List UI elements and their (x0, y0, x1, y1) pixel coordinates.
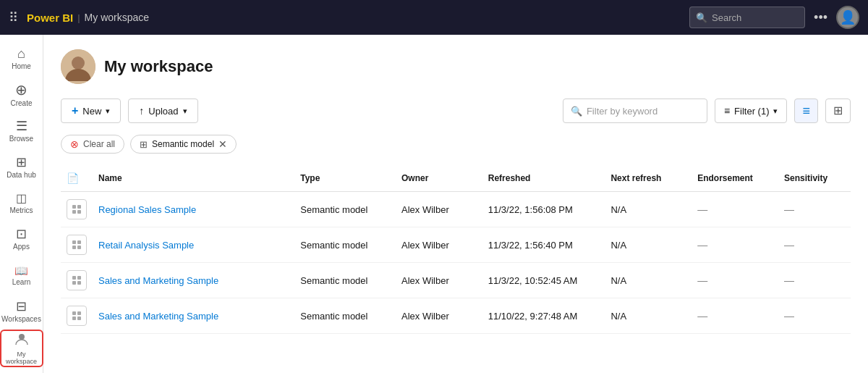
upload-icon: ↑ (139, 105, 144, 117)
filter-tags: ⊗ Clear all ⊞ Semantic model ✕ (61, 135, 851, 154)
col-header-sensitivity: Sensitivity (778, 165, 851, 192)
sidebar-item-learn[interactable]: 📖 Learn (0, 257, 43, 293)
row-sensitivity: — (778, 192, 851, 227)
svg-rect-18 (77, 317, 81, 320)
user-avatar[interactable]: 👤 (836, 6, 859, 29)
apps-icon: ⊡ (16, 227, 27, 240)
svg-rect-6 (77, 210, 81, 214)
topbar: ⠿ Power BI | My workspace 🔍 ••• 👤 (0, 0, 868, 35)
content-area: My workspace + New ▾ ↑ Upload ▾ 🔍 ≡ Filt… (43, 35, 868, 373)
row-endorsement: — (692, 298, 778, 334)
row-item-icon (67, 199, 87, 219)
sidebar-item-browse[interactable]: ☰ Browse (0, 113, 43, 149)
row-name[interactable]: Sales and Marketing Sample (93, 298, 294, 334)
topbar-more-icon[interactable]: ••• (814, 10, 827, 25)
app-logo: Power BI | My workspace (27, 12, 149, 24)
workspaces-icon: ⊟ (16, 300, 27, 313)
row-type: Semantic model (294, 298, 396, 334)
row-endorsement: — (692, 227, 778, 263)
sidebar-item-data-hub[interactable]: ⊞ Data hub (0, 149, 43, 185)
split-view-icon: ⊞ (833, 105, 843, 117)
row-type: Semantic model (294, 263, 396, 298)
table-row[interactable]: Regional Sales Sample Semantic model Ale… (61, 192, 851, 227)
upload-chevron-icon: ▾ (183, 106, 187, 116)
row-refreshed: 11/10/22, 9:27:48 AM (482, 298, 605, 334)
table-header-row: 📄 Name Type Owner Refreshed Next refresh… (61, 165, 851, 192)
browse-icon: ☰ (16, 120, 27, 133)
sidebar-item-create[interactable]: ⊕ Create (0, 77, 43, 113)
table-row[interactable]: Retail Analysis Sample Semantic model Al… (61, 227, 851, 263)
row-item-icon (67, 270, 87, 290)
sidebar-item-my-workspace[interactable]: My workspace (0, 330, 43, 367)
data-hub-icon: ⊞ (16, 156, 27, 169)
sidebar-label-create: Create (10, 99, 32, 107)
tag-label: Semantic model (152, 139, 214, 149)
filter-chevron-icon: ▾ (773, 106, 778, 116)
row-icon-cell (61, 192, 93, 227)
row-name[interactable]: Sales and Marketing Sample (93, 263, 294, 298)
row-type: Semantic model (294, 227, 396, 263)
workspace-header: My workspace (61, 49, 851, 84)
new-button-label: New (82, 106, 101, 117)
col-header-name: Name (93, 165, 294, 192)
svg-point-2 (72, 56, 85, 70)
svg-point-0 (19, 334, 25, 340)
create-icon: ⊕ (15, 83, 27, 97)
sidebar-item-workspaces[interactable]: ⊟ Workspaces (0, 293, 43, 330)
filter-button[interactable]: ≡ Filter (1) ▾ (715, 99, 788, 123)
workspace-avatar (61, 49, 95, 84)
search-icon: 🔍 (696, 12, 707, 23)
row-refreshed: 11/3/22, 10:52:45 AM (482, 263, 605, 298)
sidebar-item-home[interactable]: ⌂ Home (0, 41, 43, 77)
row-sensitivity: — (778, 298, 851, 334)
filter-icon: ≡ (724, 105, 730, 117)
new-button[interactable]: + New ▾ (61, 99, 121, 123)
table-row[interactable]: Sales and Marketing Sample Semantic mode… (61, 298, 851, 334)
split-view-button[interactable]: ⊞ (825, 99, 851, 123)
sidebar-label-apps: Apps (13, 243, 30, 251)
keyword-input[interactable] (587, 106, 699, 117)
sidebar-item-apps[interactable]: ⊡ Apps (0, 222, 43, 258)
sidebar-label-home: Home (12, 62, 31, 70)
svg-rect-16 (77, 311, 81, 315)
upload-button-label: Upload (148, 106, 178, 117)
row-endorsement: — (692, 263, 778, 298)
svg-rect-9 (72, 246, 76, 249)
row-item-icon (67, 306, 87, 326)
clear-all-button[interactable]: ⊗ Clear all (61, 135, 124, 154)
sidebar-label-my-workspace: My workspace (1, 351, 42, 366)
row-icon-cell (61, 298, 93, 334)
upload-button[interactable]: ↑ Upload ▾ (128, 99, 197, 123)
row-icon-cell (61, 227, 93, 263)
sidebar-label-learn: Learn (12, 278, 31, 286)
keyword-filter-input[interactable]: 🔍 (563, 99, 707, 123)
sidebar-label-data-hub: Data hub (7, 171, 36, 179)
table-row[interactable]: Sales and Marketing Sample Semantic mode… (61, 263, 851, 298)
row-next-refresh: N/A (605, 263, 692, 298)
data-table: 📄 Name Type Owner Refreshed Next refresh… (61, 165, 851, 334)
tag-remove-icon[interactable]: ✕ (218, 138, 227, 150)
sidebar-item-metrics[interactable]: ◫ Metrics (0, 185, 43, 222)
svg-rect-8 (77, 240, 81, 244)
grid-icon[interactable]: ⠿ (9, 9, 18, 25)
svg-rect-14 (77, 281, 81, 285)
toolbar: + New ▾ ↑ Upload ▾ 🔍 ≡ Filter (1) ▾ ≡ (61, 99, 851, 123)
col-header-endorsement: Endorsement (692, 165, 778, 192)
svg-rect-7 (72, 240, 76, 244)
col-header-type: Type (294, 165, 396, 192)
col-header-owner: Owner (396, 165, 482, 192)
my-workspace-icon (14, 331, 30, 349)
row-name[interactable]: Regional Sales Sample (93, 192, 294, 227)
row-owner: Alex Wilber (396, 192, 482, 227)
row-icon-cell (61, 263, 93, 298)
list-view-button[interactable]: ≡ (794, 99, 818, 123)
row-name[interactable]: Retail Analysis Sample (93, 227, 294, 263)
tag-grid-icon: ⊞ (140, 139, 148, 150)
topbar-search-box[interactable]: 🔍 (689, 7, 805, 28)
clear-all-label: Clear all (83, 139, 115, 149)
semantic-model-tag[interactable]: ⊞ Semantic model ✕ (130, 135, 237, 154)
sidebar-label-workspaces: Workspaces (1, 315, 41, 323)
new-chevron-icon: ▾ (106, 106, 110, 116)
row-owner: Alex Wilber (396, 227, 482, 263)
topbar-search-input[interactable] (712, 12, 799, 23)
